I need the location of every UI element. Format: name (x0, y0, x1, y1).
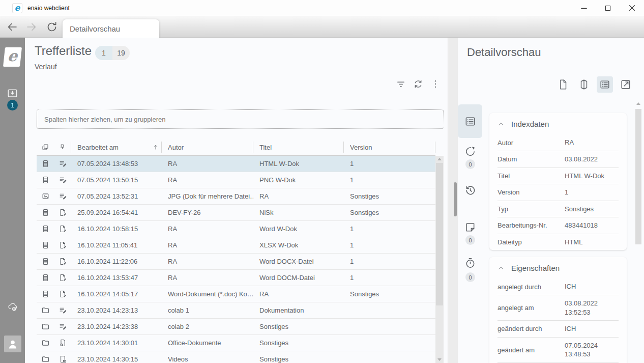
document-export-icon (58, 355, 67, 363)
person-icon (7, 338, 19, 350)
table-row[interactable]: 23.10.2024 14:23:38 colab 2 Sonstiges (37, 319, 435, 335)
table-row[interactable]: 16.10.2024 10:58:15 RA Word W-Dok 1 (37, 221, 435, 237)
forward-button[interactable] (25, 21, 38, 33)
indexdata-card: Indexdaten AutorRA Datum03.08.2022 Titel… (489, 113, 627, 250)
image-icon (41, 192, 50, 201)
column-object-type[interactable] (37, 142, 54, 153)
column-edited[interactable]: Bearbeitet am (71, 142, 162, 153)
pin-icon (58, 144, 66, 151)
indexdata-card-title: Indexdaten (511, 120, 549, 128)
notes-count-badge: 0 (465, 235, 475, 245)
references-icon[interactable] (464, 146, 476, 157)
tab-detailvorschau[interactable]: Detailvorschau (63, 19, 159, 38)
scroll-down-arrow[interactable] (437, 358, 442, 361)
sort-ascending-icon (152, 144, 159, 151)
preview-mode-switcher (555, 76, 634, 93)
download-tray-icon[interactable] (7, 88, 18, 99)
document-icon (41, 257, 50, 266)
window-titlebar: e enaio webclient (0, 0, 644, 16)
table-row[interactable]: 07.05.2024 13:50:15 RA PNG W-Dok 1 (37, 172, 435, 188)
scroll-up-arrow[interactable] (437, 158, 442, 160)
references-count-badge: 0 (465, 159, 475, 169)
document-pencil-icon (58, 290, 67, 298)
column-title[interactable]: Titel (253, 142, 344, 153)
notes-icon[interactable] (464, 221, 476, 233)
table-header: Bearbeitet am Autor Titel Version (37, 139, 435, 156)
table-row[interactable]: 23.10.2024 14:23:13 colab 1 Dokumentatio… (37, 302, 435, 319)
refresh-icon[interactable] (413, 79, 423, 89)
index-row: AutorRA (497, 134, 619, 151)
reload-button[interactable] (46, 21, 58, 33)
table-row[interactable]: 16.10.2024 11:22:06 RA Word DOCX-Datei 1 (37, 254, 435, 270)
download-count-badge: 1 (7, 100, 18, 110)
indexdata-view-button[interactable] (597, 76, 613, 93)
page-title: Trefferliste (35, 44, 92, 58)
content-view-button[interactable] (576, 76, 592, 93)
properties-card-title: Eigenschaften (511, 264, 560, 272)
total-count: 19 (112, 46, 130, 60)
tab-indexdata[interactable] (458, 104, 482, 138)
table-scrollbar[interactable] (435, 156, 444, 363)
edit-document-icon (58, 192, 67, 201)
file-preview-button[interactable] (555, 76, 571, 93)
page-scrollbar-thumb[interactable] (454, 182, 457, 216)
folder-icon (41, 355, 50, 363)
followup-timer-icon[interactable] (464, 257, 476, 269)
list-icon (464, 116, 476, 127)
table-row[interactable]: 07.05.2024 13:48:53 RA HTML W-Dok 1 (37, 156, 435, 172)
arrow-right-icon (25, 21, 38, 33)
minimize-button[interactable] (572, 0, 596, 16)
detail-scrollbar-thumb[interactable] (635, 109, 641, 244)
table-row[interactable]: 23.10.2024 14:30:15 Videos Sonstiges (37, 351, 435, 363)
table-row[interactable]: 16.10.2024 14:05:17 Word-Dokument (*.doc… (37, 286, 435, 302)
property-row: geändert am07.05.2024 13:48:53 (497, 337, 619, 363)
table-row[interactable]: 07.05.2024 13:52:31 JPG (Dok für mehrere… (37, 188, 435, 205)
maximize-icon (605, 5, 611, 11)
column-pin[interactable] (54, 142, 71, 153)
hitlist-panel: Trefferliste 1 19 Verlauf Spalten hierhe… (25, 38, 448, 363)
history-icon[interactable] (464, 184, 476, 196)
document-pencil-icon (58, 241, 67, 249)
properties-card-header[interactable]: Eigenschaften (497, 257, 619, 278)
detail-scrollbar[interactable] (635, 101, 641, 363)
panel-splitter[interactable] (448, 38, 458, 363)
table-row[interactable]: 23.10.2024 14:30:01 Office-Dokumente Son… (37, 335, 435, 351)
enaio-logo[interactable]: e (3, 47, 22, 67)
column-version[interactable]: Version (344, 142, 435, 153)
edit-document-icon (58, 159, 67, 168)
filter-icon[interactable] (396, 79, 406, 89)
arrow-left-icon (6, 21, 18, 33)
detail-tab-strip: 0 0 0 (458, 38, 482, 363)
index-row: TypSonstiges (497, 201, 619, 217)
maximize-button[interactable] (596, 0, 620, 16)
table-row[interactable]: 16.10.2024 13:53:47 RA Word DOCM-Datei 1 (37, 270, 435, 286)
back-button[interactable] (6, 21, 18, 33)
chevron-up-icon (497, 265, 504, 271)
reload-icon (46, 21, 58, 33)
hitlist-toolbar (396, 79, 441, 89)
index-row: Datum03.08.2022 (497, 151, 619, 167)
index-row: Bearbeitungs-Nr.483441018 (497, 217, 619, 234)
close-button[interactable] (620, 0, 643, 16)
column-author[interactable]: Autor (162, 142, 253, 153)
table-row[interactable]: 25.09.2024 16:54:41 DEV-FY-26 NiSk Sonst… (37, 205, 435, 221)
document-pencil-icon (58, 208, 67, 217)
table-row[interactable]: 16.10.2024 11:05:41 RA XLSX W-Dok 1 (37, 237, 435, 254)
document-pencil-icon (58, 225, 67, 233)
open-external-button[interactable] (618, 76, 634, 93)
table-scrollbar-thumb[interactable] (436, 163, 443, 305)
document-add-icon (58, 339, 67, 347)
chevron-up-icon (497, 121, 504, 127)
index-row: TitelHTML W-Dok (497, 167, 619, 184)
group-drop-zone[interactable]: Spalten hierher ziehen, um zu gruppieren (37, 109, 444, 129)
scroll-up-arrow[interactable] (636, 102, 640, 105)
document-icon (41, 208, 50, 217)
folder-icon (41, 322, 50, 331)
indexdata-card-header[interactable]: Indexdaten (497, 113, 619, 134)
minimize-icon (581, 5, 587, 11)
cloud-download-icon[interactable] (7, 301, 19, 313)
more-menu-icon[interactable] (430, 79, 441, 89)
folder-icon (41, 306, 50, 315)
user-avatar[interactable] (4, 336, 21, 352)
document-pencil-icon (58, 273, 67, 282)
